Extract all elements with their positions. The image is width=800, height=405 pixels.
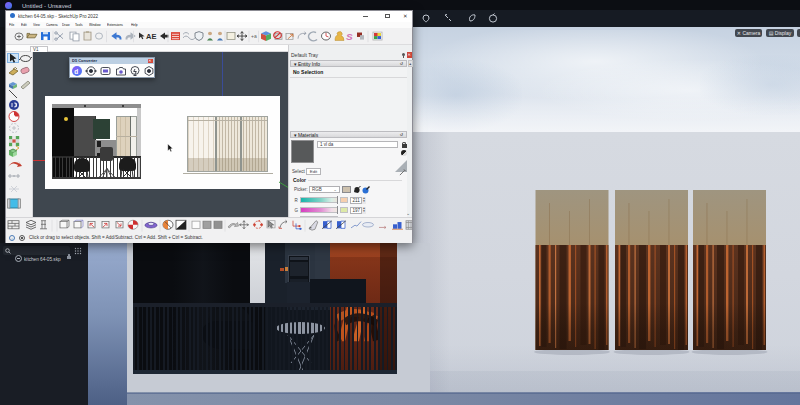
svg-text:AE: AE bbox=[146, 34, 157, 41]
svg-text:S: S bbox=[346, 32, 353, 42]
svg-text:d: d bbox=[74, 67, 78, 74]
svg-text:+a: +a bbox=[251, 34, 257, 39]
